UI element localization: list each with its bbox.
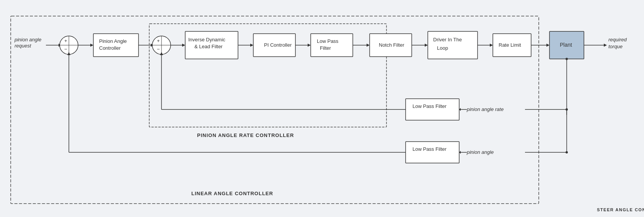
svg-text:pinion angle rate: pinion angle rate <box>466 106 504 112</box>
svg-text:request: request <box>15 43 32 49</box>
svg-text:Controller: Controller <box>99 45 121 51</box>
svg-text:Pinion Angle: Pinion Angle <box>99 38 127 44</box>
svg-text:−: − <box>64 46 67 52</box>
svg-text:Notch Filter: Notch Filter <box>379 42 404 48</box>
svg-text:Filter: Filter <box>320 45 331 51</box>
svg-text:STEER ANGLE CONTROL: STEER ANGLE CONTROL <box>597 207 644 212</box>
svg-text:torque: torque <box>608 44 623 49</box>
svg-text:+: + <box>157 38 160 44</box>
svg-rect-0 <box>0 0 644 217</box>
svg-text:−: − <box>157 46 160 52</box>
svg-text:Loop: Loop <box>437 45 448 51</box>
svg-rect-37 <box>311 34 353 57</box>
svg-rect-63 <box>406 99 459 120</box>
svg-text:Low Pass Filter: Low Pass Filter <box>412 146 447 152</box>
svg-rect-46 <box>428 31 478 59</box>
svg-text:pinion angle: pinion angle <box>14 37 41 42</box>
svg-text:PINION ANGLE RATE CONTROLLER: PINION ANGLE RATE CONTROLLER <box>197 132 294 138</box>
svg-text:& Lead Filter: & Lead Filter <box>194 44 223 49</box>
svg-text:PI Controller: PI Controller <box>264 42 292 48</box>
svg-text:Low Pass: Low Pass <box>317 38 339 44</box>
svg-text:pinion angle: pinion angle <box>466 149 494 155</box>
svg-point-76 <box>566 108 568 111</box>
svg-rect-69 <box>406 142 459 163</box>
svg-text:LINEAR ANGLE CONTROLLER: LINEAR ANGLE CONTROLLER <box>191 191 273 196</box>
svg-point-77 <box>566 151 568 153</box>
svg-text:+: + <box>64 38 67 44</box>
svg-text:Inverse Dynamic: Inverse Dynamic <box>188 37 225 42</box>
svg-text:Driver In The: Driver In The <box>433 37 462 42</box>
diagram-container: PINION ANGLE RATE CONTROLLER LINEAR ANGL… <box>0 0 644 217</box>
svg-point-62 <box>566 58 568 60</box>
svg-text:Low Pass Filter: Low Pass Filter <box>412 103 447 109</box>
svg-text:Rate Limit: Rate Limit <box>499 42 521 48</box>
svg-text:Plant: Plant <box>560 42 572 48</box>
svg-text:required: required <box>608 37 627 42</box>
